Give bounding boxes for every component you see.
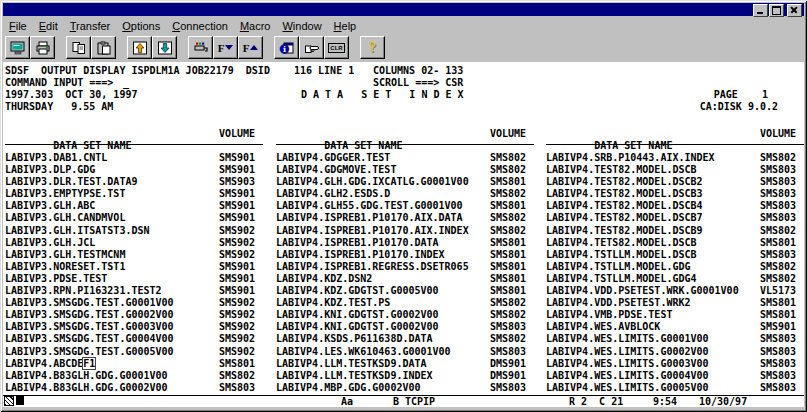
scroll-indicator: SCROLL ===> CSR — [373, 77, 463, 89]
info-button[interactable]: i — [274, 36, 299, 59]
text-cursor[interactable]: _ — [123, 77, 129, 89]
dataset-row: LABIVP3.RPN.PI163231.TEST2SMS901 — [5, 285, 263, 297]
font-letter: F — [243, 42, 250, 54]
dataset-row: LABIVP4.MBP.GDG.G0002V00SMS803 — [276, 382, 534, 394]
dataset-row: LABIVP4.VDD.PSETEST.WRK2SMS801 — [546, 297, 804, 309]
menu-transfer[interactable]: Transfer — [66, 19, 119, 34]
dataset-row: LABIVP3.DLP.GDGSMS901 — [5, 164, 263, 176]
dataset-name: LABIVP4.ABCDEF1 — [5, 358, 95, 369]
menu-options[interactable]: Options — [118, 19, 168, 34]
receive-file-button[interactable] — [152, 36, 177, 59]
dataset-name: LABIVP4.WES.LIMITS.G0003V00 — [546, 358, 709, 369]
volume-value: SMS901 — [219, 261, 255, 273]
paste-button[interactable] — [91, 36, 116, 59]
volume-header: VOLUME — [490, 128, 526, 140]
dataset-name: LABIVP4.WES.AVBLOCK — [546, 321, 660, 332]
dataset-row: LABIVP4.ABCDEF1SMS801 — [5, 358, 263, 370]
menu-help[interactable]: Help — [330, 19, 365, 34]
sdsf-status-line: SDSF OUTPUT DISPLAY ISPDLM1A JOB22179 DS… — [5, 65, 354, 77]
menu-connection[interactable]: Connection — [168, 19, 236, 34]
minimize-button[interactable] — [753, 4, 768, 17]
status-time: 9:54 — [653, 396, 677, 407]
menu-macro[interactable]: Macro — [236, 19, 279, 34]
title-bar[interactable] — [3, 3, 804, 16]
volume-value: SMS803 — [760, 200, 796, 212]
dataset-name: LABIVP4.B83GLH.GDG.G0001V00 — [5, 370, 168, 381]
volume-value: SMS802 — [490, 297, 526, 309]
dataset-name: LABIVP3.NORESET.TST1 — [5, 261, 125, 272]
dataset-row: LABIVP4.VMB.PDSE.TESTSMS801 — [546, 309, 804, 321]
dataset-name: LABIVP4.WES.LIMITS.G0004V00 — [546, 370, 709, 381]
color-setup-button[interactable] — [188, 36, 213, 59]
close-button[interactable] — [787, 4, 802, 17]
volume-value: SMS901 — [219, 200, 255, 212]
volume-value: SMS803 — [760, 382, 796, 394]
menu-edit[interactable]: Edit — [35, 19, 66, 34]
triangle-up-icon — [250, 45, 258, 50]
font-increase-button[interactable]: F — [238, 36, 263, 59]
paste-icon — [96, 41, 112, 55]
terminal-screen[interactable]: SDSF OUTPUT DISPLAY ISPDLM1A JOB22179 DS… — [3, 62, 804, 395]
volume-value: SMS901 — [219, 188, 255, 200]
dataset-row: LABIVP4.LLM.TESTKSD9.DATADMS901 — [276, 358, 534, 370]
volume-value: SMS801 — [490, 200, 526, 212]
dataset-name: LABIVP4.KDZ.GDGTST.G0005V00 — [276, 285, 439, 296]
product-version: CA:DISK 9.0.2 — [700, 101, 778, 113]
volume-value: SMS902 — [219, 225, 255, 237]
menu-window[interactable]: Window — [278, 19, 329, 34]
dataset-row: LABIVP4.WES.LIMITS.G0003V00SMS803 — [546, 358, 804, 370]
dataset-name: LABIVP4.TSTLLM.MODEL.GDG4 — [546, 273, 697, 284]
volume-value: SMS801 — [490, 261, 526, 273]
dataset-name: LABIVP4.TEST82.MODEL.DSCB2 — [546, 176, 703, 187]
send-file-button[interactable] — [127, 36, 152, 59]
font-decrease-button[interactable]: F — [213, 36, 238, 59]
display-setup-button[interactable] — [5, 36, 30, 59]
volume-header: VOLUME — [760, 128, 796, 140]
dataset-row: LABIVP4.KDZ.GDGTST.G0005V00SMS801 — [276, 285, 534, 297]
maximize-icon — [772, 6, 781, 15]
dataset-row: LABIVP3.SMSGDG.TEST.G0003V00SMS902 — [5, 321, 263, 333]
dataset-row: LABIVP4.LLM.TESTKSD9.INDEXDMS901 — [276, 370, 534, 382]
dataset-name: LABIVP4.SRB.P10443.AIX.INDEX — [546, 152, 715, 163]
copy-button[interactable] — [66, 36, 91, 59]
dataset-row: LABIVP3.DLR.TEST.DATA9SMS903 — [5, 176, 263, 188]
print-button[interactable] — [30, 36, 55, 59]
dataset-row: LABIVP4.KDZ.TEST.PSSMS802 — [276, 297, 534, 309]
dataset-name: LABIVP4.TETS82.MODEL.DSCB — [546, 237, 697, 248]
dataset-name: LABIVP3.GLH.ITSATST3.DSN — [5, 225, 150, 236]
command-input-label[interactable]: COMMAND INPUT ===> — [5, 77, 113, 89]
volume-value: SMS802 — [760, 225, 796, 237]
dataset-name: LABIVP3.DAB1.CNTL — [5, 152, 107, 163]
hotspots-button[interactable] — [299, 36, 324, 59]
font-letter: F — [218, 42, 225, 54]
dataset-row: LABIVP4.KSDS.P611638D.DATASMS802 — [276, 333, 534, 345]
dataset-name: LABIVP3.PDSE.TEST — [5, 273, 107, 284]
dataset-name: LABIVP4.TEST82.MODEL.DSCB3 — [546, 188, 703, 199]
volume-value: SMS803 — [760, 164, 796, 176]
dataset-name-header: DATA SET NAME — [53, 140, 131, 151]
monitor-icon — [10, 41, 26, 55]
volume-value: SMS803 — [760, 346, 796, 358]
dataset-row: LABIVP4.B83GLH.GDG.G0002V00SMS803 — [5, 382, 263, 394]
dataset-name: LABIVP3.SMSGDG.TEST.G0003V00 — [5, 321, 174, 332]
volume-value: SMS803 — [760, 333, 796, 345]
dataset-name: LABIVP4.GDGMOVE.TEST — [276, 164, 396, 175]
dataset-name: LABIVP4.TEST82.MODEL.DSCB7 — [546, 212, 703, 223]
paint-roller-icon — [193, 41, 209, 55]
volume-value: SMS901 — [219, 212, 255, 224]
dataset-name: LABIVP4.ISPREB1.P10170.DATA — [276, 237, 439, 248]
volume-value: SMS803 — [760, 188, 796, 200]
volume-value: SMS901 — [760, 321, 796, 333]
help-button[interactable]: ? — [360, 36, 385, 59]
dataset-row: LABIVP4.GLH2.ESDS.DSMS802 — [276, 188, 534, 200]
volume-value: SMS903 — [219, 176, 255, 188]
triangle-down-icon — [225, 45, 233, 50]
dataset-name: LABIVP4.ISPREB1.REGRESS.DSETR065 — [276, 261, 469, 272]
clear-button[interactable]: CLR — [324, 36, 349, 59]
volume-value: SMS802 — [219, 370, 255, 382]
maximize-button[interactable] — [769, 4, 784, 17]
dataset-row: LABIVP3.GLH.ITSATST3.DSNSMS902 — [5, 225, 263, 237]
dataset-row: LABIVP4.TEST82.MODEL.DSCB7SMS803 — [546, 212, 804, 224]
menu-file[interactable]: File — [5, 19, 35, 34]
copy-icon — [71, 41, 87, 55]
